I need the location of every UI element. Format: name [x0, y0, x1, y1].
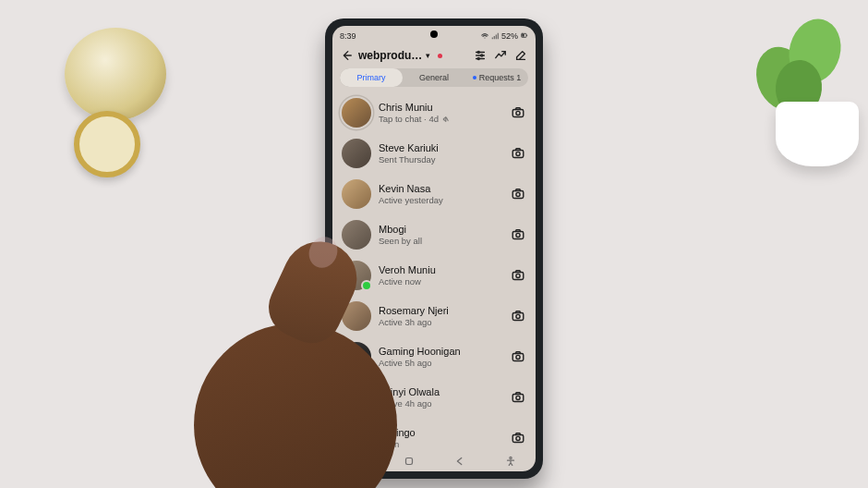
svg-rect-16: [512, 312, 524, 320]
clock-prop: [46, 28, 185, 185]
svg-point-25: [509, 457, 511, 458]
chat-row[interactable]: Gaming Hoonigan Active 5h ago: [332, 336, 536, 377]
svg-point-11: [516, 192, 520, 196]
avatar[interactable]: [342, 179, 371, 209]
plant-prop: [739, 0, 868, 166]
camera-button[interactable]: [510, 308, 526, 324]
chat-row[interactable]: Kevin Nasa Active yesterday: [332, 174, 536, 214]
filter-icon[interactable]: [473, 48, 488, 63]
svg-rect-8: [512, 150, 524, 157]
chat-subtitle: Seen: [379, 439, 502, 449]
avatar[interactable]: [342, 383, 371, 412]
svg-point-23: [516, 436, 520, 440]
chat-row[interactable]: Muringo Seen: [332, 418, 536, 451]
camera-punch-hole: [430, 30, 438, 38]
tab-requests[interactable]: Requests 1: [465, 68, 528, 87]
chat-name: Rosemary Njeri: [379, 305, 502, 316]
compose-button[interactable]: [513, 48, 528, 63]
svg-point-13: [516, 233, 520, 237]
chat-subtitle: Tap to chat · 4d: [379, 114, 502, 124]
chat-row[interactable]: Mbogi Seen by all: [332, 214, 536, 255]
back-button[interactable]: [340, 49, 353, 62]
nav-recents[interactable]: [351, 454, 366, 469]
phone-screen: 8:39 52% webprodu… ▾: [332, 26, 536, 471]
phone-frame: 8:39 52% webprodu… ▾: [325, 18, 543, 479]
svg-rect-1: [526, 35, 527, 36]
wifi-icon: [481, 32, 488, 40]
signal-icon: [491, 32, 499, 40]
chat-row[interactable]: Chris Muniu Tap to chat · 4d: [332, 92, 536, 133]
unread-dot: [438, 54, 442, 58]
svg-point-15: [516, 274, 520, 277]
svg-point-17: [516, 314, 520, 318]
chat-name: Steve Kariuki: [379, 142, 502, 153]
svg-rect-6: [512, 109, 524, 116]
chat-subtitle: Active now: [379, 276, 502, 287]
camera-button[interactable]: [510, 389, 526, 406]
camera-button[interactable]: [510, 104, 526, 121]
chat-subtitle: Active yesterday: [379, 195, 502, 205]
svg-rect-14: [512, 272, 524, 279]
chat-name: Mbogi: [379, 224, 502, 235]
svg-rect-24: [405, 458, 412, 465]
avatar[interactable]: [342, 220, 371, 250]
nav-accessibility[interactable]: [503, 454, 518, 469]
chat-row[interactable]: Veroh Muniu Active now: [332, 255, 536, 296]
status-time: 8:39: [340, 31, 356, 41]
chat-subtitle: Active 4h ago: [379, 398, 502, 409]
activity-icon[interactable]: [493, 48, 508, 63]
tab-primary[interactable]: Primary: [340, 68, 403, 87]
svg-point-7: [516, 111, 520, 115]
svg-point-4: [481, 55, 483, 56]
svg-rect-20: [512, 394, 524, 401]
nav-back[interactable]: [452, 454, 467, 469]
avatar[interactable]: [342, 98, 371, 128]
chat-row[interactable]: Akinyi Olwala Active 4h ago: [332, 377, 536, 418]
avatar[interactable]: [342, 261, 371, 290]
nav-home[interactable]: [402, 454, 416, 469]
chat-name: Veroh Muniu: [379, 264, 502, 275]
dm-header: webprodu… ▾: [332, 44, 536, 68]
camera-button[interactable]: [510, 267, 526, 284]
account-switcher[interactable]: webprodu…: [358, 49, 422, 62]
camera-button[interactable]: [510, 348, 526, 365]
avatar[interactable]: [342, 301, 371, 331]
tab-general-label: General: [419, 73, 449, 82]
requests-dot: [473, 76, 476, 79]
svg-rect-12: [512, 231, 524, 238]
chat-name: Chris Muniu: [379, 102, 502, 113]
presence-dot: [361, 280, 372, 291]
avatar[interactable]: [342, 139, 371, 168]
svg-rect-10: [512, 190, 524, 198]
tab-general[interactable]: General: [403, 68, 465, 87]
camera-button[interactable]: [510, 145, 526, 162]
svg-rect-2: [522, 34, 524, 37]
android-nav-bar: [332, 451, 536, 471]
svg-point-9: [516, 152, 520, 155]
svg-rect-18: [512, 353, 524, 360]
chat-name: Muringo: [379, 427, 502, 438]
svg-point-21: [516, 396, 520, 399]
battery-icon: [521, 32, 528, 40]
chat-subtitle: Active 5h ago: [379, 358, 502, 368]
svg-point-19: [516, 355, 520, 359]
dm-tabs: Primary General Requests 1: [340, 68, 528, 87]
avatar[interactable]: [342, 342, 371, 372]
svg-point-5: [477, 57, 479, 59]
svg-point-3: [477, 51, 479, 53]
mute-icon: [441, 116, 449, 123]
chat-name: Gaming Hoonigan: [379, 346, 502, 357]
tab-requests-label: Requests 1: [479, 73, 522, 82]
chat-row[interactable]: Steve Kariuki Sent Thursday: [332, 133, 536, 174]
chat-name: Kevin Nasa: [379, 183, 502, 194]
camera-button[interactable]: [510, 186, 526, 202]
chat-subtitle: Seen by all: [379, 236, 502, 246]
chevron-down-icon[interactable]: ▾: [426, 51, 430, 60]
avatar[interactable]: [342, 423, 371, 451]
svg-rect-22: [512, 434, 524, 442]
chat-name: Akinyi Olwala: [379, 386, 502, 397]
camera-button[interactable]: [510, 226, 526, 243]
chat-row[interactable]: Rosemary Njeri Active 3h ago: [332, 296, 536, 336]
chat-list[interactable]: Chris Muniu Tap to chat · 4d Steve Kariu…: [332, 92, 536, 451]
camera-button[interactable]: [510, 430, 526, 446]
